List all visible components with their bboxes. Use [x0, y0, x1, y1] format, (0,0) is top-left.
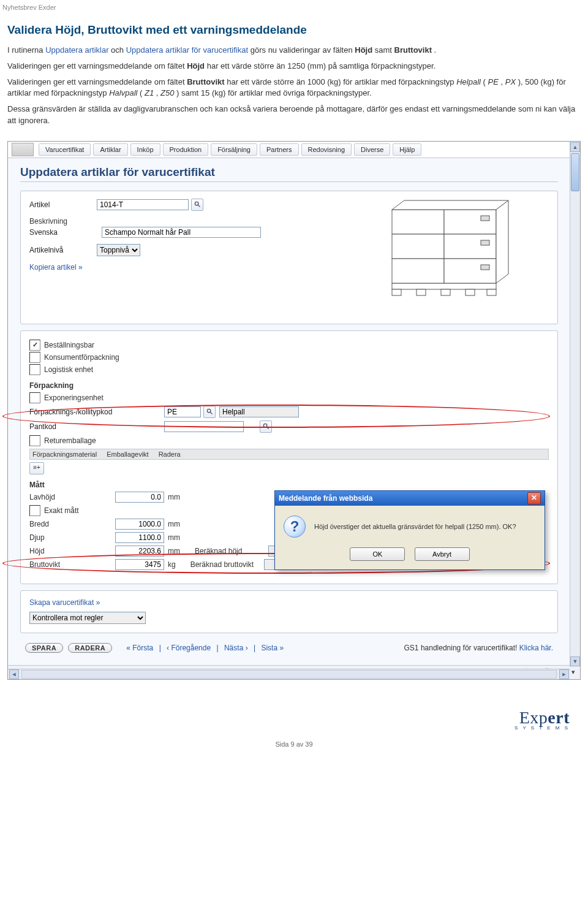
svg-rect-11: [444, 234, 496, 259]
input-lavhojd[interactable]: [115, 492, 164, 503]
page-number: Sida 9 av 39: [0, 740, 588, 748]
input-artikel[interactable]: [97, 199, 189, 210]
horizontal-scrollbar[interactable]: ◄ ►: [8, 669, 570, 679]
dialog-cancel-button[interactable]: Avbryt: [415, 547, 470, 561]
para-3: Valideringen ger ett varningsmeddelande …: [7, 77, 581, 99]
svg-rect-4: [417, 289, 426, 295]
para-4: Dessa gränsvärden är ställda av dagligva…: [7, 104, 581, 126]
scroll-up-arrow[interactable]: ▲: [570, 142, 580, 152]
svg-point-21: [263, 424, 267, 428]
menu-hjalp[interactable]: Hjälp: [393, 143, 421, 156]
label-lavhojd: Lavhöjd: [29, 493, 115, 501]
nav-first[interactable]: « Första: [126, 644, 153, 652]
checkbox-bestallningsbar[interactable]: [29, 340, 40, 351]
link-skapa-varucertifikat[interactable]: Skapa varucertifikat »: [29, 598, 549, 607]
select-kontrollera[interactable]: Kontrollera mot regler: [29, 612, 146, 624]
nav-prev[interactable]: ‹ Föregående: [167, 644, 211, 652]
button-spara[interactable]: SPARA: [25, 643, 63, 653]
link-kopiera-artikel[interactable]: Kopiera artikel »: [29, 263, 83, 272]
checkbox-exakt-matt[interactable]: [29, 505, 40, 516]
svg-point-0: [195, 202, 198, 206]
section-heading: Validera Höjd, Bruttovikt med ett varnin…: [7, 22, 581, 39]
label-forpackningskod: Förpacknings-/kollitypkod: [29, 408, 164, 416]
checkbox-returemballage[interactable]: [29, 435, 40, 446]
svg-rect-9: [444, 210, 496, 234]
gs1-text: GS1 handledning för varucertifikat!: [404, 644, 519, 652]
lookup-artikel-button[interactable]: [191, 199, 203, 211]
checkbox-exponeringsenhet[interactable]: [29, 392, 40, 403]
footer: Expert S Y S T E M S: [0, 683, 588, 737]
app-body: Uppdatera artiklar för varucertifikat Ar…: [8, 158, 570, 663]
expert-logo: Expert: [519, 708, 570, 727]
label-artikel: Artikel: [29, 200, 97, 209]
label-exakt-matt: Exakt mått: [44, 506, 79, 515]
unit-mm: mm: [168, 493, 180, 501]
svg-rect-3: [392, 289, 401, 295]
svg-rect-5: [441, 289, 450, 295]
menu-artiklar[interactable]: Artiklar: [93, 143, 127, 156]
label-bestallningsbar: Beställningsbar: [44, 341, 94, 349]
checkbox-logistisk-enhet[interactable]: [29, 364, 40, 375]
panel-skapa: Skapa varucertifikat » Kontrollera mot r…: [20, 590, 558, 633]
label-bruttovikt: Bruttovikt: [29, 560, 115, 569]
label-hojd: Höjd: [29, 547, 115, 555]
input-hojd[interactable]: [115, 546, 164, 557]
lookup-pantkod-button[interactable]: [260, 420, 272, 433]
scroll-thumb[interactable]: [571, 153, 579, 191]
dialog-title: Meddelande från webbsida: [279, 494, 372, 503]
svg-rect-13: [444, 259, 496, 283]
label-artikelniva: Artikelnivå: [29, 246, 97, 254]
menu-varucertifikat[interactable]: Varucertifikat: [39, 143, 91, 156]
app-logo: [12, 143, 34, 156]
input-pantkod[interactable]: [164, 421, 244, 432]
question-icon: ?: [284, 516, 306, 538]
dialog-ok-button[interactable]: OK: [350, 547, 405, 561]
input-bredd[interactable]: [115, 519, 164, 530]
lookup-forpackningskod-button[interactable]: [203, 406, 216, 418]
label-konsumentforpackning: Konsumentförpackning: [44, 353, 119, 362]
menu-diverse[interactable]: Diverse: [354, 143, 390, 156]
label-djup: Djup: [29, 533, 115, 542]
menu-produktion[interactable]: Produktion: [163, 143, 209, 156]
button-radera[interactable]: RADERA: [68, 643, 112, 653]
scroll-right-arrow[interactable]: ►: [559, 669, 569, 679]
para-1: I rutinerna Uppdatera artiklar och Uppda…: [7, 45, 581, 56]
dialog-close-button[interactable]: ✕: [527, 492, 541, 504]
gs1-link[interactable]: Klicka här.: [519, 644, 553, 652]
menu-redovisning[interactable]: Redovisning: [301, 143, 352, 156]
pallet-illustration: [386, 197, 514, 302]
vertical-scrollbar[interactable]: ▲ ▼: [570, 142, 580, 667]
label-exponeringsenhet: Exponeringsenhet: [44, 394, 104, 402]
label-bredd: Bredd: [29, 520, 115, 528]
menu-forsaljning[interactable]: Försäljning: [211, 143, 257, 156]
menu-inkop[interactable]: Inköp: [130, 143, 160, 156]
svg-rect-12: [392, 259, 444, 283]
svg-marker-14: [392, 200, 508, 210]
para-2: Valideringen ger ett varningsmeddelande …: [7, 61, 581, 72]
section-matt: Mått: [29, 481, 549, 489]
label-beraknad-hojd: Beräknad höjd: [195, 547, 268, 555]
record-nav: « Första | ‹ Föregående | Nästa › | Sist…: [124, 644, 285, 652]
input-djup[interactable]: [115, 532, 164, 543]
label-logistisk-enhet: Logistisk enhet: [44, 365, 93, 374]
label-beraknad-bruttovikt: Beräknad bruttovikt: [190, 560, 264, 569]
svg-rect-17: [481, 240, 489, 245]
input-svenska[interactable]: [102, 227, 261, 238]
menu-partners[interactable]: Partners: [260, 143, 299, 156]
panel-packaging: Beställningsbar Konsumentförpackning Log…: [20, 330, 558, 584]
grid-header: Förpackningsmaterial Emballagevikt Rader…: [29, 449, 549, 460]
add-row-button[interactable]: ≡+: [29, 462, 44, 474]
page-title: Uppdatera artiklar för varucertifikat: [20, 166, 558, 179]
svg-line-1: [198, 205, 200, 207]
scroll-left-arrow[interactable]: ◄: [9, 669, 19, 679]
svg-rect-7: [487, 289, 496, 295]
scroll-down-arrow[interactable]: ▼: [570, 656, 580, 666]
input-forpackningskod[interactable]: [164, 406, 201, 417]
select-artikelniva[interactable]: Toppnivå: [97, 244, 140, 256]
label-returemballage: Returemballage: [44, 436, 96, 445]
nav-last[interactable]: Sista »: [261, 644, 284, 652]
nav-next[interactable]: Nästa ›: [224, 644, 248, 652]
input-bruttovikt[interactable]: [115, 559, 164, 570]
checkbox-konsumentforpackning[interactable]: [29, 352, 40, 363]
dialog-warning: Meddelande från webbsida ✕ ? Höjd överst…: [274, 490, 545, 570]
